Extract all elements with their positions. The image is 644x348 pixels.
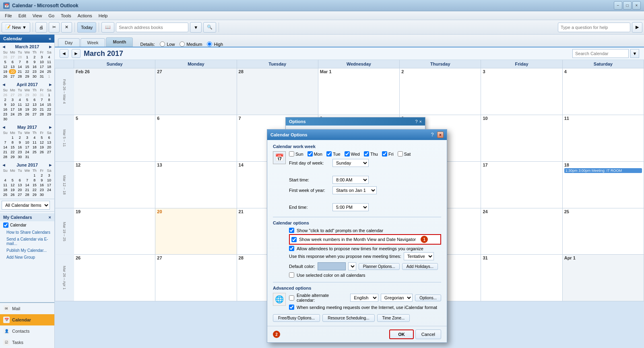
mini-cal-june-next[interactable]: ► bbox=[48, 163, 53, 167]
details-high-radio[interactable]: High bbox=[207, 41, 223, 47]
tab-week[interactable]: Week bbox=[80, 38, 105, 47]
publish-calendar-link[interactable]: Publish My Calendar... bbox=[0, 247, 54, 254]
cal-cell[interactable]: 4 bbox=[563, 68, 644, 115]
cal-cell[interactable]: 5 bbox=[74, 115, 155, 161]
time-zone-btn[interactable]: Time Zone... bbox=[377, 314, 410, 322]
cal-cell[interactable]: 25 bbox=[563, 208, 644, 255]
mini-cal-prev-btn[interactable]: ◄ bbox=[2, 44, 6, 49]
cal-cell[interactable]: 2 bbox=[400, 68, 481, 115]
mon-checkbox-label[interactable]: Mon bbox=[308, 151, 322, 156]
cal-cell[interactable]: 27 bbox=[155, 255, 237, 301]
details-medium-radio[interactable]: Medium bbox=[180, 41, 202, 47]
tue-checkbox-label[interactable]: Tue bbox=[326, 151, 341, 156]
calendar-event[interactable]: 1:30pm 3:00pm Meeting: IT ROOM bbox=[564, 168, 642, 173]
minimize-btn[interactable]: − bbox=[614, 1, 622, 10]
allow-attendees-checkbox[interactable] bbox=[289, 246, 294, 251]
cal-cell[interactable]: 19 bbox=[74, 208, 155, 255]
cal-cell[interactable]: 27 bbox=[155, 68, 237, 115]
sat-checkbox-label[interactable]: Sat bbox=[398, 151, 411, 156]
use-response-select[interactable]: Tentative bbox=[404, 252, 434, 260]
help-input[interactable] bbox=[558, 23, 630, 32]
find-btn[interactable]: 🔍 bbox=[203, 22, 216, 33]
mon-checkbox[interactable] bbox=[308, 151, 313, 156]
sidebar-item-mail[interactable]: ✉ Mail bbox=[0, 303, 54, 314]
menu-go[interactable]: Go bbox=[45, 12, 58, 19]
share-calendars-link[interactable]: How to Share Calendars bbox=[0, 229, 54, 236]
menu-view[interactable]: View bbox=[29, 12, 45, 19]
options-help-btn[interactable]: ? bbox=[415, 119, 417, 124]
color-dropdown[interactable]: ▼ bbox=[348, 262, 356, 270]
enable-alt-cal-checkbox[interactable] bbox=[289, 295, 294, 301]
cal-cell[interactable]: 3 bbox=[481, 68, 562, 115]
alt-lang-select[interactable]: English bbox=[350, 294, 378, 302]
mini-cal-april-prev[interactable]: ◄ bbox=[2, 82, 6, 87]
send-calendar-email-link[interactable]: Send a Calendar via E-mail... bbox=[0, 236, 54, 247]
print-btn[interactable]: 🖨 bbox=[35, 22, 47, 33]
cal-back-btn[interactable]: ◄ bbox=[60, 49, 68, 58]
first-day-select[interactable]: Sunday Monday bbox=[332, 159, 369, 167]
cal-cell[interactable]: Feb 26 bbox=[74, 68, 155, 115]
resource-scheduling-btn[interactable]: Resource Scheduling... bbox=[322, 314, 374, 322]
sidebar-collapse-btn[interactable]: « bbox=[49, 36, 51, 41]
tab-day[interactable]: Day bbox=[58, 38, 80, 47]
menu-tools[interactable]: Tools bbox=[58, 12, 74, 19]
sat-checkbox[interactable] bbox=[398, 151, 403, 156]
cal-cell[interactable]: 13 bbox=[155, 162, 237, 208]
menu-actions[interactable]: Actions bbox=[74, 12, 95, 19]
details-low-radio[interactable]: Low bbox=[160, 41, 175, 47]
sidebar-item-tasks[interactable]: ☑ Tasks bbox=[0, 337, 54, 348]
cal-cell[interactable]: 10 bbox=[481, 115, 562, 161]
menu-help[interactable]: Help bbox=[95, 12, 111, 19]
cal-cell[interactable]: 17 bbox=[481, 162, 562, 208]
cal-cell-saturday-18[interactable]: 18 1:30pm 3:00pm Meeting: IT ROOM bbox=[563, 162, 644, 208]
my-calendars-collapse-btn[interactable]: × bbox=[49, 215, 51, 220]
help-go-btn[interactable]: ▶ bbox=[632, 22, 642, 33]
mini-cal-june-prev[interactable]: ◄ bbox=[2, 163, 6, 167]
cal-cell[interactable]: Apr 1 bbox=[563, 255, 644, 301]
mini-cal-may-next[interactable]: ► bbox=[48, 125, 53, 130]
tab-month[interactable]: Month bbox=[106, 37, 133, 47]
end-time-select[interactable]: 5:00 PM bbox=[332, 203, 369, 211]
cal-cell[interactable]: 26 bbox=[74, 255, 155, 301]
fri-checkbox-label[interactable]: Fri bbox=[382, 151, 394, 156]
cal-cell[interactable]: 12 bbox=[74, 162, 155, 208]
start-time-select[interactable]: 8:00 AM bbox=[332, 176, 369, 184]
alt-options-btn[interactable]: Options... bbox=[415, 294, 441, 301]
cal-cell[interactable]: 28 bbox=[237, 68, 318, 115]
new-button[interactable]: 📝 New ▼ bbox=[2, 22, 30, 33]
cal-options-cancel-btn[interactable]: Cancel bbox=[415, 329, 441, 339]
today-button[interactable]: Today bbox=[77, 22, 96, 33]
fri-checkbox[interactable] bbox=[382, 151, 387, 156]
show-click-to-add-checkbox[interactable] bbox=[289, 228, 294, 233]
cal-search-btn[interactable]: ▼ bbox=[630, 49, 639, 58]
calendar-checkbox[interactable] bbox=[3, 222, 8, 228]
menu-file[interactable]: File bbox=[2, 12, 15, 19]
mini-cal-april-next[interactable]: ► bbox=[48, 82, 53, 87]
search-go-btn[interactable]: ▼ bbox=[190, 22, 202, 33]
use-selected-color-checkbox[interactable] bbox=[289, 272, 294, 278]
cal-options-ok-btn[interactable]: OK bbox=[389, 329, 414, 339]
options-close-btn[interactable]: × bbox=[419, 119, 422, 124]
wed-checkbox[interactable] bbox=[345, 151, 350, 156]
close-btn[interactable]: × bbox=[632, 1, 641, 10]
tue-checkbox[interactable] bbox=[326, 151, 332, 156]
cal-options-help-btn[interactable]: ? bbox=[429, 132, 436, 138]
sun-checkbox-label[interactable]: Sun bbox=[289, 151, 303, 156]
cal-options-close-btn[interactable]: × bbox=[437, 132, 444, 138]
use-ical-checkbox[interactable] bbox=[289, 305, 294, 310]
wed-checkbox-label[interactable]: Wed bbox=[345, 151, 360, 156]
add-new-group-link[interactable]: Add New Group bbox=[0, 254, 54, 261]
restore-btn[interactable]: □ bbox=[623, 1, 632, 10]
default-color-btn[interactable] bbox=[318, 262, 346, 270]
sidebar-item-contacts[interactable]: 👤 Contacts bbox=[0, 325, 54, 337]
cal-cell[interactable]: 31 bbox=[481, 255, 562, 301]
menu-edit[interactable]: Edit bbox=[15, 12, 29, 19]
delete-btn[interactable]: ✕ bbox=[61, 22, 72, 33]
cal-cell-today[interactable]: 20 bbox=[155, 208, 237, 255]
show-week-numbers-checkbox[interactable] bbox=[291, 237, 297, 242]
planner-options-btn[interactable]: Planner Options... bbox=[359, 263, 400, 270]
alt-type-select[interactable]: Gregorian bbox=[381, 294, 413, 302]
first-week-select[interactable]: Starts on Jan 1 bbox=[332, 186, 377, 194]
cal-search-input[interactable] bbox=[572, 49, 629, 58]
mini-cal-may-prev[interactable]: ◄ bbox=[2, 125, 6, 130]
